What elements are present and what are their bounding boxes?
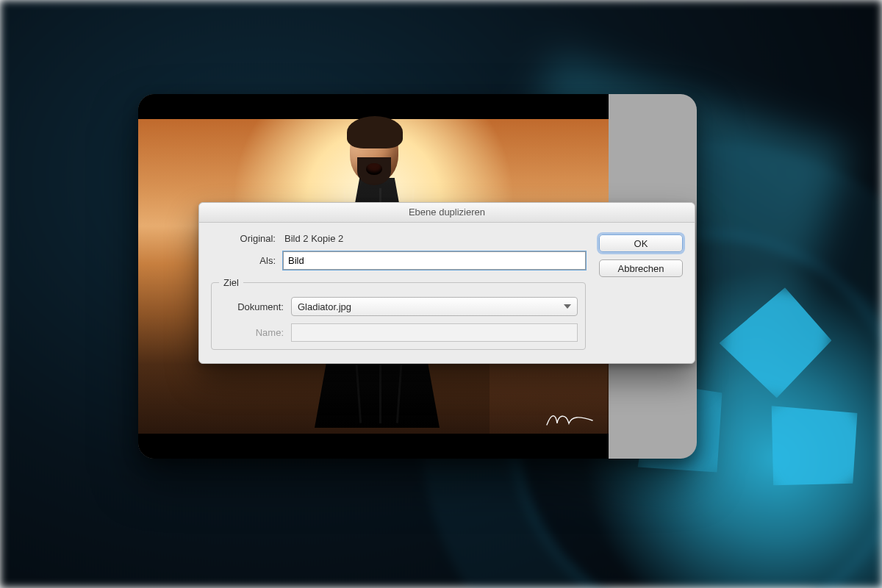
name-input	[291, 323, 578, 342]
dialog-title: Ebene duplizieren	[199, 203, 695, 223]
as-input[interactable]	[283, 251, 586, 270]
document-select-value: Gladiator.jpg	[298, 301, 351, 312]
name-label: Name:	[219, 327, 291, 338]
artist-signature	[544, 410, 595, 429]
destination-legend: Ziel	[219, 277, 243, 288]
original-value: Bild 2 Kopie 2	[283, 233, 343, 244]
destination-group: Ziel Dokument: Gladiator.jpg Name:	[211, 277, 586, 350]
cancel-button[interactable]: Abbrechen	[599, 259, 683, 277]
ok-button[interactable]: OK	[599, 234, 683, 252]
as-label: Als:	[211, 255, 283, 266]
chevron-down-icon	[564, 304, 571, 309]
document-select[interactable]: Gladiator.jpg	[291, 297, 578, 316]
document-label: Dokument:	[219, 301, 291, 312]
original-label: Original:	[211, 233, 283, 244]
duplicate-layer-dialog: Ebene duplizieren Original: Bild 2 Kopie…	[198, 202, 695, 364]
